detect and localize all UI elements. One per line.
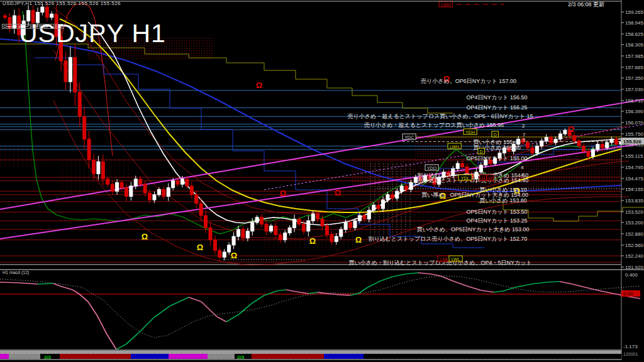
macd-main-line [252,295,264,304]
price-tick: 154.155 [625,187,643,192]
level-annotation: 売り小さめ。OP6日NYカット 157.00 [421,78,516,84]
candle-body [97,162,100,173]
macd-main-line [126,333,138,344]
candle-body [582,146,586,151]
candle-body [45,7,48,18]
macd-main-line [547,282,560,282]
candle-body [180,179,184,184]
candle-body [157,189,160,194]
macd-main-line [88,302,97,316]
level-annotation: OP5日NYカット 153.50 [466,209,527,215]
macd-main-line [60,286,72,290]
macd-main-line [560,282,572,284]
candle-body [153,195,156,200]
candle-body [531,148,534,153]
candle-body [414,177,417,182]
candle-body [50,14,53,18]
macd-main-line [632,297,640,299]
macd-main-line [440,276,453,281]
session-segment [169,354,208,359]
price-tick: 156.710 [625,98,643,104]
macd-main-line [431,274,440,276]
price-tick: 152.560 [625,243,643,248]
candle-body [344,222,347,229]
price-axis[interactable]: 159.265158.945158.625158.305157.985157.6… [621,9,644,356]
macd-main-line [516,284,531,287]
tag-text: LMH [441,3,450,7]
candle-body [176,181,179,185]
macd-main-line [19,283,38,284]
candle-body [307,221,310,231]
candle-body [577,141,580,146]
macd-main-line [72,290,79,293]
candle-body [396,191,399,198]
session-segment [60,354,131,359]
candle-body [232,236,235,245]
candle-body [242,229,245,238]
candle-body [130,186,133,197]
candle-body [134,179,137,186]
candle-body [353,221,357,228]
candle-body [573,136,576,141]
candle-body [479,165,482,172]
price-tick: 153.520 [625,209,643,215]
macd-main-line [406,273,418,274]
level-annotation: OP4日NYカット 156.25 [466,104,527,111]
price-tick: 157.350 [625,75,643,81]
candle-body [218,250,221,257]
tag-text: YDH [465,130,475,134]
session-segment [208,354,235,359]
candle-body [558,134,562,139]
candle-body [340,229,343,236]
candle-body [405,186,408,190]
candle-body [41,7,44,12]
macd-main-line [226,314,239,322]
candle-body [372,205,375,210]
candle-body [386,195,389,200]
omega-signal: Ω [309,236,316,246]
macd-subwindow [0,273,640,349]
price-tick: 157.030 [625,87,643,92]
candle-body [297,219,301,224]
tag-text: M [481,176,485,180]
macd-main-line [585,287,601,291]
subwindow-separator[interactable] [0,269,644,270]
price-tick: 153.835 [625,198,643,204]
candle-body [302,224,305,231]
candle-body [293,219,296,228]
macd-main-line [368,281,380,287]
price-tick: 154.475 [625,176,643,182]
price-tick: 156.390 [625,109,643,114]
price-tick: 158.305 [625,42,643,48]
candle-body [162,189,165,196]
tag-text: LWL [452,257,460,261]
omega-signal: Ω [231,251,237,260]
macd-current-value: 0.00 [623,291,633,297]
candle-body [92,160,95,173]
macd-main-line [107,334,116,349]
price-tick: 158.945 [625,20,643,26]
level-annotation: 買い小さめ 153.80 [479,197,527,204]
price-chart-canvas[interactable]: ΩΩΩΩΩΩΩΩΩΩΩΩ売り小さめ。OP6日NYカット 157.00OP4日NY… [0,0,644,362]
omega-signal: Ω [568,124,574,134]
tag-text: LWH [450,145,459,149]
price-tick: 153.200 [625,220,643,226]
candle-body [223,252,226,257]
level-annotation: OP5日NYカット 155.00 [466,155,527,162]
level-annotation: 割り込むとストップロス売り小さめ 154.40 [418,177,529,184]
candle-body [377,205,380,209]
candle-body [199,204,203,216]
candle-body [321,219,324,226]
mt4-chart-window: ΩΩΩΩΩΩΩΩΩΩΩΩ売り小さめ。OP6日NYカット 157.00OP4日NY… [0,0,644,362]
candle-body [540,141,543,146]
tag-text: YDC [404,135,414,140]
level-annotation: 売り小さめ・超えるとストップロス買い小さめ 155.96 [364,122,504,128]
candle-body [204,216,208,228]
macd-main-line [239,304,252,314]
price-tick: 159.265 [625,9,643,15]
candle-body [596,145,599,150]
candle-body [587,151,590,156]
candle-body [400,186,403,191]
macd-main-line [572,284,585,287]
candle-body [363,216,366,219]
